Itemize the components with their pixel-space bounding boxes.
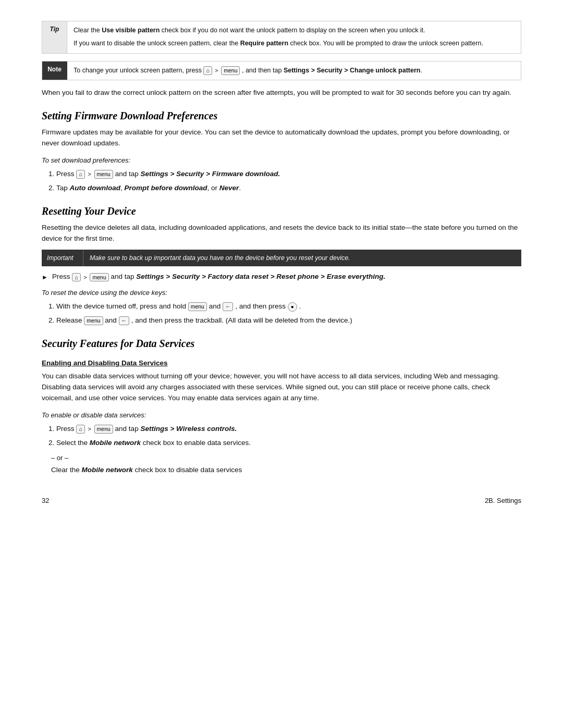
reset-bullet: ► Press ⌂ > menu and tap Settings > Secu… (42, 273, 521, 281)
device-step1: With the device turned off, press and ho… (56, 301, 521, 312)
data-services-paragraph: You can disable data services without tu… (42, 371, 521, 404)
auto-download: Auto download (70, 184, 120, 192)
back-key-release: ← (119, 316, 130, 325)
or-divider: – or – (51, 454, 521, 462)
firmware-paragraph: Firmware updates may be available for yo… (42, 127, 521, 149)
resetting-paragraph: Resetting the device deletes all data, i… (42, 223, 521, 244)
firmware-step2: Tap Auto download, Prompt before downloa… (56, 183, 521, 194)
tip-content: Clear the Use visible pattern check box … (67, 21, 489, 53)
tip-bold1: Use visible pattern (102, 27, 160, 34)
home-key-icon: ⌂ (203, 66, 212, 75)
wireless-controls-path: Settings > Wireless controls. (140, 425, 237, 433)
prompt-download: Prompt before download (125, 184, 207, 192)
device-step2: Release menu and ← , and then press the … (56, 315, 521, 326)
resetting-heading: Resetting Your Device (42, 205, 521, 217)
data-services-steps: Press ⌂ > menu and tap Settings > Wirele… (56, 424, 521, 449)
tip-box: Tip Clear the Use visible pattern check … (42, 21, 521, 54)
data-services-instruction: To enable or disable data services: (42, 410, 521, 421)
firmware-steps: Press ⌂ > menu and tap Settings > Securi… (56, 169, 521, 194)
note-content: To change your unlock screen pattern, pr… (67, 61, 429, 80)
note-box: Note To change your unlock screen patter… (42, 61, 521, 80)
tip-line2: If you want to disable the unlock screen… (74, 39, 483, 48)
device-keys-instruction: To reset the device using the device key… (42, 288, 521, 298)
menu-key-release: menu (84, 316, 103, 325)
mobile-network-bold: Mobile network (90, 439, 141, 447)
intro-paragraph: When you fail to draw the correct unlock… (42, 88, 521, 98)
reset-bullet-text: Press ⌂ > menu and tap Settings > Securi… (52, 273, 385, 281)
back-key: ← (223, 302, 234, 311)
important-content: Make sure to back up important data you … (83, 250, 357, 267)
important-box: Important Make sure to back up important… (42, 250, 521, 267)
tip-line1: Clear the Use visible pattern check box … (74, 26, 483, 35)
arrow-1: > (88, 170, 91, 179)
menu-key-1: menu (94, 170, 113, 179)
menu-key-icon: menu (221, 66, 240, 75)
note-label: Note (42, 61, 67, 80)
data-step2: Select the Mobile network check box to e… (56, 438, 521, 449)
home-key-3: ⌂ (76, 425, 84, 434)
tip-label: Tip (42, 21, 67, 53)
factory-reset-path: Settings > Security > Factory data reset… (136, 273, 385, 280)
home-key-2: ⌂ (72, 273, 80, 282)
menu-key-hold: menu (188, 302, 207, 311)
menu-key-2: menu (90, 273, 108, 282)
device-keys-steps: With the device turned off, press and ho… (56, 301, 521, 326)
security-heading: Security Features for Data Services (42, 338, 521, 350)
tip-bold2: Require pattern (240, 40, 288, 47)
home-key-1: ⌂ (76, 170, 84, 179)
data-services-subheading: Enabling and Disabling Data Services (42, 359, 521, 367)
menu-key-3: menu (94, 425, 113, 434)
firmware-heading: Setting Firmware Download Preferences (42, 110, 521, 122)
page-number: 32 (42, 497, 49, 504)
arrow-icon: > (215, 66, 218, 75)
firmware-path: Settings > Security > Firmware download. (140, 170, 280, 178)
firmware-instruction-label: To set download preferences: (42, 155, 521, 166)
triangle-icon: ► (42, 274, 48, 281)
firmware-step1: Press ⌂ > menu and tap Settings > Securi… (56, 169, 521, 180)
important-label: Important (42, 250, 83, 267)
page-footer: 32 2B. Settings (42, 497, 521, 504)
power-key: ● (288, 302, 297, 312)
chapter-label: 2B. Settings (485, 497, 521, 504)
note-path: Settings > Security > Change unlock patt… (284, 67, 421, 74)
arrow-2: > (83, 274, 87, 280)
data-step1: Press ⌂ > menu and tap Settings > Wirele… (56, 424, 521, 435)
note-text: To change your unlock screen pattern, pr… (74, 66, 422, 76)
never-option: Never (219, 184, 239, 192)
mobile-network-bold2: Mobile network (82, 466, 133, 474)
data-step3: Clear the Mobile network check box to di… (51, 465, 521, 476)
arrow-3: > (88, 425, 91, 434)
